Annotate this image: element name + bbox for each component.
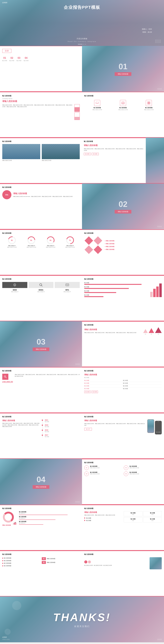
grid-item-4: 输入标题 内容 [143, 517, 162, 522]
slide-header-16: 输入您的标题 [2, 370, 80, 372]
label-1: 输入标题 [84, 153, 91, 155]
percent-circle: 5% [2, 190, 11, 199]
pie-chart-area: 请输入您的标题 [2, 511, 18, 526]
company-narrat: Company Narrat [2, 98, 80, 99]
svg-rect-1 [148, 102, 149, 103]
toc-items: 01 输入内容 02 输入内容 03 输入内容 04 输入内容 [2, 57, 80, 62]
num-boxes: 01 请输入您的标题 02 请输入您的标题 [42, 557, 80, 566]
diamond-item-3: ● 请输入您的标题 [105, 246, 162, 248]
num-box-2: 02 请输入您的标题 [42, 561, 80, 564]
right-items-22: 输入您的标题 输入您的正文 输入您的标题 输入您的正文 输入您的标题 输入您的正… [19, 511, 80, 526]
row-8: 03 请输入您的标题 输入您的标题 请输入您的标题 请输入您的正文内容，请输入您… [0, 321, 164, 367]
phone-btn[interactable]: 输入文字 [84, 428, 92, 430]
circle-2: 50. 请输入标题文字 请输入您的正文内容 [27, 236, 36, 248]
chart-small-icon [13, 522, 17, 525]
slide-3-section01: 01 请输入您的标题 [82, 46, 164, 92]
presenter-info: 演讲人：XXX 时间：20.20 [142, 28, 152, 34]
row-2: 目录 01 输入内容 02 输入内容 03 输入内容 04 输入内容 [0, 46, 164, 92]
svg-point-14 [40, 284, 42, 286]
timeline-item-3: 2018 输入标题 [45, 429, 80, 432]
thanks-title: THANKS! [53, 611, 111, 624]
logo: LOGO [2, 2, 7, 4]
left-small-items: 输入您的标题 输入您的标题 输入您的标题 输入您的标题 [2, 557, 40, 566]
timeline-title: 请输入您的标题 [2, 419, 39, 422]
svg-line-18 [6, 377, 7, 378]
row-5: 输入您的标题 5% 请输入您的标题 请输入您的正文内容 some text he… [0, 184, 164, 230]
timeline-item-4: 2017 输入标题 [45, 434, 80, 438]
svg-rect-3 [148, 103, 149, 104]
slide-9-section02: 02 请输入您的标题 [82, 184, 164, 230]
small-circle-2: 2 [88, 560, 91, 564]
svg-rect-23 [15, 522, 16, 525]
small-item-1: 输入您的标题 [2, 557, 40, 559]
svg-point-17 [4, 376, 6, 377]
image-icon [120, 100, 126, 106]
slide-12-stats: 输入您的标题 $500 请输入标题文字 800th 请输入标题文字 [0, 275, 82, 321]
slide-20-section04: 04 请输入您的标题 [0, 459, 82, 505]
table-row: 输入标题 输入标题 [84, 382, 162, 384]
main-title-pink: 请输入您的标题 [2, 100, 80, 103]
grid-icon [146, 100, 152, 106]
icon-item-3: 输入您的标题 请输入您的正文内容 [144, 100, 154, 110]
svg-line-15 [41, 286, 42, 286]
table-row: 输入标题 输入标题 [84, 385, 162, 387]
small-item-4: 输入您的标题 [2, 565, 40, 566]
phone-mockups: 输入标题 [147, 419, 162, 434]
svg-rect-4 [149, 103, 150, 104]
big-number: 230,000,00 [2, 381, 13, 383]
circle-content-3: 03 输入您的标题 请输入您的正文内容 [84, 472, 122, 476]
right-body: 请输入您的正文内容，请输入您的正文内容，请输入您的正文内容，请输入您的正文内容，… [84, 148, 144, 151]
row-7: 输入您的标题 $500 请输入标题文字 800th 请输入标题文字 [0, 275, 164, 321]
slide-header-25: 输入您的标题 [84, 553, 162, 556]
s20-dots [75, 501, 80, 502]
slide-header-6: 输入您的标题 [2, 140, 80, 142]
slide-header-18: 输入您的标题 [2, 416, 80, 418]
slide-16-bignumber: 输入您的标题 230,000,00 请输入您的正文内容，请输入您的正文内容，请输… [0, 367, 82, 413]
section-02-label: 请输入您的标题 [115, 210, 131, 214]
triangles-title: 请输入您的标题 [84, 328, 141, 331]
table-subtitle: 输入标题 [84, 377, 162, 378]
body-text: 请输入您的正文内容，请输入您的正文内容，请输入您的正文内容，请输入您的正文内容，… [2, 104, 73, 108]
slide-17-table: 输入您的标题 请输入您的标题 输入标题 输入标题 输入标题 输入标题 输入标题 … [82, 367, 164, 413]
small-item-2: 输入您的标题 [2, 560, 40, 562]
row-4: 输入您的标题 请输入您的正文内容 请输入您的正文内容 输入您的标题 [0, 138, 164, 184]
slide-thanks: THANKS! 欢迎关注我们 LOGO LOGO LOGO [0, 596, 164, 642]
slide-6-images: 输入您的标题 请输入您的正文内容 请输入您的正文内容 [0, 138, 82, 184]
num-box-1: 01 请输入您的标题 [42, 557, 80, 560]
slide-24-numboxes: 输入您的标题 输入您的标题 输入您的标题 输入您的标题 [0, 550, 82, 596]
grid-item-1: 输入标题 内容 [124, 511, 142, 516]
section-03-number: 03 [33, 337, 49, 346]
decorative-dots-2 [157, 88, 162, 90]
slide-4-content: 输入您的标题 Company Narrat 请输入您的标题 请输入您的正文内容，… [0, 92, 82, 138]
section-number: 01 [115, 62, 131, 71]
slide-header-10: 输入您的标题 [2, 232, 80, 234]
svg-rect-21 [13, 524, 14, 525]
slide-14-section03: 03 请输入您的标题 [0, 321, 82, 367]
row-3: 输入您的标题 Company Narrat 请输入您的标题 请输入您的正文内容，… [0, 92, 164, 138]
section-04-label: 请输入您的标题 [33, 485, 49, 489]
arrow-item-1: 输入标题 [84, 517, 122, 519]
table-row: 输入标题 输入标题 [84, 380, 162, 382]
small-circle-1: 1 [84, 560, 87, 564]
search-icon-box [2, 374, 8, 380]
s14-dots [75, 364, 80, 365]
slide-header-8: 输入您的标题 [2, 186, 80, 188]
arrow-item-2: 输入标题 [84, 520, 122, 521]
toc-item-3: 03 输入内容 [17, 57, 21, 62]
section-04-number: 04 [33, 475, 49, 484]
btn-2[interactable]: 输入标题 [92, 391, 98, 393]
btn-1[interactable]: 输入标题 [84, 391, 91, 393]
section-02-number: 02 [115, 200, 131, 209]
slide-header-15: 输入您的标题 [84, 324, 162, 326]
arrows-title: 请输入您的标题 [84, 511, 122, 514]
slide-15-triangles: 输入您的标题 请输入您的标题 请输入您的正文内容，请输入您的正文内容，请输入您的… [82, 321, 164, 367]
section-label: 请输入您的标题 [115, 72, 131, 76]
timeline-item-1: 2021 输入标题 [45, 419, 80, 422]
slide-header-13: 输入您的标题 [84, 278, 162, 280]
icon-item-1: 输入您的标题 请输入您的正文内容 [93, 100, 102, 110]
bar-list: 输入标题 输入标题 输入标题 输入标题 [84, 282, 148, 297]
phone-title: 请输入您的标题 [84, 419, 145, 422]
slide-19-phone: 输入您的标题 请输入您的标题 请输入您的正文内容，请输入您的正文内容，请输入您的… [82, 413, 164, 459]
slide-header-23: 输入您的标题 [84, 508, 162, 510]
diamond-item-2: ● 请输入您的标题 [105, 243, 162, 244]
